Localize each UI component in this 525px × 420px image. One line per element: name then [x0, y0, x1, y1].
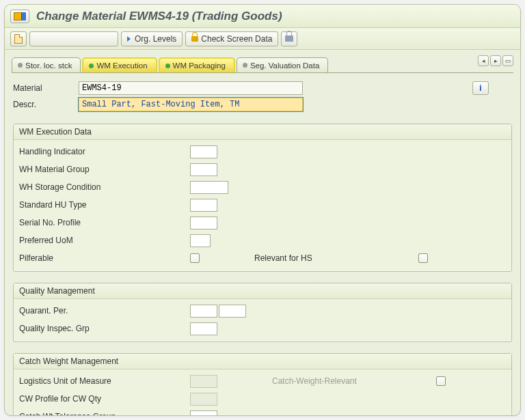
page-title: Change Material EWMS4-19 (Trading Goods) — [36, 10, 282, 23]
org-levels-button[interactable]: Org. Levels — [121, 31, 183, 46]
app-window: Change Material EWMS4-19 (Trading Goods)… — [4, 4, 521, 416]
wh-mat-group-input[interactable] — [190, 163, 217, 176]
tab-wm-execution[interactable]: WM Execution — [82, 57, 157, 72]
handling-input[interactable] — [190, 145, 217, 158]
status-dot-icon — [243, 63, 247, 68]
info-icon: i — [479, 83, 481, 93]
arrow-icon — [127, 36, 131, 42]
quarant-value-input[interactable] — [190, 305, 217, 318]
document-icon — [14, 34, 23, 44]
group-title: WM Execution Data — [14, 124, 511, 140]
luom-input — [190, 375, 217, 388]
cw-relevant-checkbox[interactable] — [436, 376, 446, 386]
tab-prev-button[interactable]: ◂ — [478, 55, 489, 66]
pilferable-checkbox[interactable] — [190, 253, 200, 263]
material-row: Material i — [13, 80, 512, 96]
tabstrip: Stor. loc. stck WM Execution WM Packagin… — [12, 57, 513, 73]
tab-seg-valuation[interactable]: Seg. Valuation Data — [237, 57, 328, 72]
new-doc-button[interactable] — [10, 31, 27, 46]
qi-grp-input[interactable] — [190, 322, 217, 335]
handling-label: Handling Indicator — [19, 147, 190, 156]
relevant-hs-label: Relevant for HS — [254, 253, 418, 263]
wh-storage-label: WH Storage Condition — [19, 182, 190, 192]
std-hu-label: Standard HU Type — [19, 200, 190, 210]
cw-profile-label: CW Profile for CW Qty — [19, 394, 190, 404]
status-dot-icon — [89, 64, 94, 68]
lock-button[interactable] — [281, 31, 297, 46]
org-levels-label: Org. Levels — [135, 34, 176, 44]
wh-mat-group-label: WH Material Group — [19, 165, 190, 174]
group-wm-execution: WM Execution Data Handling Indicator WH … — [13, 124, 512, 272]
pref-uom-label: Preferred UoM — [19, 236, 190, 245]
serial-input[interactable] — [190, 216, 217, 229]
wh-storage-input[interactable] — [190, 181, 228, 194]
tab-next-button[interactable]: ▸ — [490, 55, 501, 66]
tab-label: WM Execution — [96, 61, 147, 70]
pref-uom-input[interactable] — [190, 234, 211, 247]
cw-tol-input[interactable] — [190, 410, 217, 417]
cw-profile-input — [190, 393, 217, 406]
content: Material i Descr. WM Execution Data Hand… — [5, 73, 520, 416]
material-input[interactable] — [79, 81, 303, 95]
tab-wm-packaging[interactable]: WM Packaging — [159, 57, 235, 72]
titlebar: Change Material EWMS4-19 (Trading Goods) — [5, 5, 520, 28]
lock-icon — [191, 36, 198, 42]
cw-relevant-label: Catch-Weight-Relevant — [272, 376, 436, 386]
tab-label: Seg. Valuation Data — [250, 61, 319, 70]
quarant-label: Quarant. Per. — [19, 306, 190, 316]
descr-input[interactable] — [79, 98, 303, 111]
qi-grp-label: Quality Inspec. Grp — [19, 324, 190, 333]
group-title: Catch Weight Management — [14, 354, 511, 369]
pilferable-label: Pilferable — [19, 253, 190, 263]
luom-label: Logistics Unit of Measure — [19, 376, 190, 386]
tab-list-button[interactable]: ▭ — [502, 55, 513, 66]
status-dot-icon — [165, 64, 170, 68]
descr-label: Descr. — [13, 100, 79, 109]
cw-tol-label: Catch Wt Tolerance Group — [19, 412, 190, 416]
quarant-unit-input[interactable] — [219, 305, 246, 318]
std-hu-input[interactable] — [190, 199, 217, 212]
group-catch-weight: Catch Weight Management Logistics Unit o… — [13, 353, 512, 416]
app-icon — [10, 10, 29, 23]
group-quality: Quality Management Quarant. Per. Quality… — [13, 283, 512, 342]
material-label: Material — [13, 83, 79, 93]
group-title: Quality Management — [14, 283, 511, 299]
serial-label: Serial No. Profile — [19, 218, 190, 227]
tab-label: Stor. loc. stck — [25, 61, 72, 70]
check-screen-button[interactable]: Check Screen Data — [185, 31, 278, 46]
toolbar-blank-button[interactable] — [29, 31, 118, 46]
padlock-icon — [285, 36, 293, 42]
descr-row: Descr. — [13, 96, 512, 113]
relevant-hs-checkbox[interactable] — [418, 253, 428, 263]
check-screen-label: Check Screen Data — [201, 34, 272, 44]
toolbar: Org. Levels Check Screen Data — [5, 28, 520, 50]
tab-stor-loc-stck[interactable]: Stor. loc. stck — [12, 57, 81, 72]
status-dot-icon — [18, 63, 23, 68]
info-button[interactable]: i — [472, 81, 489, 95]
tab-label: WM Packaging — [173, 61, 226, 70]
tab-nav: ◂ ▸ ▭ — [478, 55, 513, 66]
